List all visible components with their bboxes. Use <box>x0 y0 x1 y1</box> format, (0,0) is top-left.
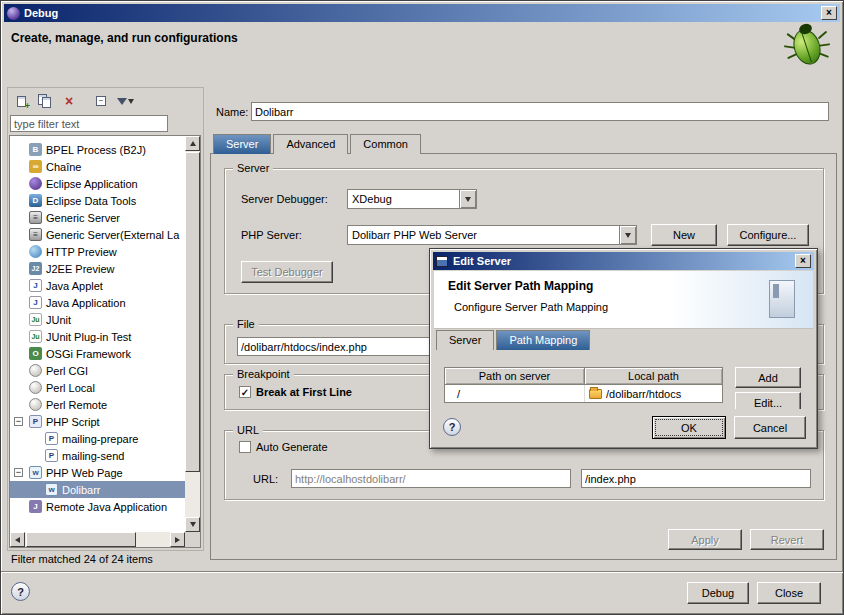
scroll-up-button[interactable] <box>185 136 200 151</box>
dialog-help-button[interactable]: ? <box>443 418 461 436</box>
horizontal-scroll-thumb[interactable] <box>26 532 136 547</box>
scrollbar-corner <box>185 532 200 547</box>
tree-item[interactable]: OSGi Framework <box>10 345 185 362</box>
php-server-value: Dolibarr PHP Web Server <box>348 229 619 241</box>
tree-item-label: JUnit <box>46 314 71 326</box>
tab-advanced[interactable]: Advanced <box>273 134 348 154</box>
delete-configuration-button[interactable]: × <box>58 91 80 111</box>
configure-server-button[interactable]: Configure... <box>727 224 809 246</box>
edit-server-title: Edit Server <box>453 255 795 267</box>
java-icon <box>29 279 42 292</box>
path-mapping-table: Path on server Local path //dolibarr/htd… <box>444 367 723 403</box>
scroll-down-button[interactable] <box>185 517 200 532</box>
webpage-icon <box>45 483 58 496</box>
tree-item-label: PHP Web Page <box>46 467 123 479</box>
ok-button[interactable]: OK <box>652 416 726 439</box>
cancel-button[interactable]: Cancel <box>734 416 806 439</box>
tree-item-label: mailing-prepare <box>62 433 138 445</box>
tree-item-label: Generic Server(External La <box>46 229 179 241</box>
dropdown-arrow-icon[interactable] <box>459 190 476 208</box>
new-configuration-button[interactable]: + <box>10 91 32 111</box>
tree-horizontal-scrollbar[interactable] <box>10 532 185 547</box>
close-icon[interactable]: × <box>795 254 811 268</box>
debug-window: Debug × Create, manage, and run configur… <box>0 0 844 615</box>
tree-vertical-scrollbar[interactable] <box>185 136 200 532</box>
break-first-line-checkbox[interactable]: ✓ <box>239 386 251 398</box>
configurations-toolbar: + × <box>10 90 200 112</box>
base-url-input <box>291 469 571 488</box>
name-input[interactable] <box>251 102 829 121</box>
tree-item-label: HTTP Preview <box>46 246 117 258</box>
mapping-row[interactable]: //dolibarr/htdocs <box>445 385 722 402</box>
tree-item[interactable]: mailing-send <box>10 447 185 464</box>
add-mapping-button[interactable]: Add <box>735 367 801 388</box>
scroll-right-button[interactable] <box>170 532 185 547</box>
dialog-tab-server[interactable]: Server <box>436 330 494 350</box>
collapse-all-button[interactable] <box>90 91 112 111</box>
tree-item[interactable]: Generic Server <box>10 209 185 226</box>
auto-generate-checkbox[interactable] <box>239 441 251 453</box>
tree-item[interactable]: Eclipse Application <box>10 175 185 192</box>
osgi-icon <box>29 347 42 360</box>
close-button[interactable]: Close <box>757 582 821 604</box>
tree-item[interactable]: Dolibarr <box>10 481 185 498</box>
tree-item[interactable]: Perl Local <box>10 379 185 396</box>
tree-item[interactable]: Java Application <box>10 294 185 311</box>
tree-item[interactable]: JUnit <box>10 311 185 328</box>
edit-server-heading: Edit Server Path Mapping <box>448 279 593 293</box>
folder-icon <box>589 389 602 399</box>
tree-item[interactable]: −PHP Web Page <box>10 464 185 481</box>
collapse-expander-icon[interactable]: − <box>14 417 23 426</box>
filter-menu-button[interactable] <box>114 91 136 111</box>
tree-item[interactable]: Perl CGI <box>10 362 185 379</box>
test-debugger-button[interactable]: Test Debugger <box>241 261 333 283</box>
tree-item[interactable]: J2EE Preview <box>10 260 185 277</box>
tab-server[interactable]: Server <box>213 134 271 154</box>
tree-item[interactable]: Chaîne <box>10 158 185 175</box>
tab-common[interactable]: Common <box>350 134 421 154</box>
chain-icon <box>29 160 42 173</box>
scroll-left-button[interactable] <box>10 532 25 547</box>
tree-item[interactable]: BPEL Process (B2J) <box>10 141 185 158</box>
edit-mapping-button[interactable]: Edit... <box>735 392 801 409</box>
collapse-all-icon <box>96 96 106 106</box>
php-server-label: PHP Server: <box>241 229 302 241</box>
server-debugger-combo[interactable]: XDebug <box>347 189 477 209</box>
column-path-on-server[interactable]: Path on server <box>445 368 585 385</box>
dropdown-arrow-icon[interactable] <box>619 226 636 244</box>
tree-item[interactable]: Eclipse Data Tools <box>10 192 185 209</box>
server-icon <box>29 211 42 224</box>
new-server-button[interactable]: New <box>651 224 717 246</box>
perl-icon <box>29 381 42 394</box>
tree-item[interactable]: Remote Java Application <box>10 498 185 515</box>
tree-item[interactable]: mailing-prepare <box>10 430 185 447</box>
tree-item-label: JUnit Plug-in Test <box>46 331 131 343</box>
vertical-scroll-thumb[interactable] <box>185 152 200 472</box>
edit-server-titlebar[interactable]: Edit Server × <box>433 252 814 270</box>
dialog-tab-path-mapping[interactable]: Path Mapping <box>496 330 590 350</box>
duplicate-configuration-button[interactable] <box>34 91 56 111</box>
banner-title: Create, manage, and run configurations <box>11 31 238 45</box>
perl-icon <box>29 364 42 377</box>
tree-item[interactable]: JUnit Plug-in Test <box>10 328 185 345</box>
tree-item[interactable]: −PHP Script <box>10 413 185 430</box>
config-tree: BPEL Process (B2J)ChaîneEclipse Applicat… <box>10 136 185 532</box>
type-filter-input[interactable] <box>10 115 168 132</box>
window-titlebar[interactable]: Debug × <box>4 4 840 22</box>
java-icon <box>29 296 42 309</box>
column-local-path[interactable]: Local path <box>585 368 722 385</box>
apply-button[interactable]: Apply <box>668 529 742 550</box>
debug-button[interactable]: Debug <box>687 582 749 604</box>
revert-button[interactable]: Revert <box>750 529 824 550</box>
tree-item[interactable]: Perl Remote <box>10 396 185 413</box>
url-path-input[interactable] <box>581 469 811 488</box>
php-server-combo[interactable]: Dolibarr PHP Web Server <box>347 225 637 245</box>
tree-item[interactable]: HTTP Preview <box>10 243 185 260</box>
collapse-expander-icon[interactable]: − <box>14 468 23 477</box>
close-icon[interactable]: × <box>821 6 837 20</box>
tree-item[interactable]: Java Applet <box>10 277 185 294</box>
j2ee-icon <box>29 262 42 275</box>
path-mapping-content: Path on server Local path //dolibarr/htd… <box>436 349 813 409</box>
tree-item[interactable]: Generic Server(External La <box>10 226 185 243</box>
help-button[interactable]: ? <box>11 582 30 601</box>
